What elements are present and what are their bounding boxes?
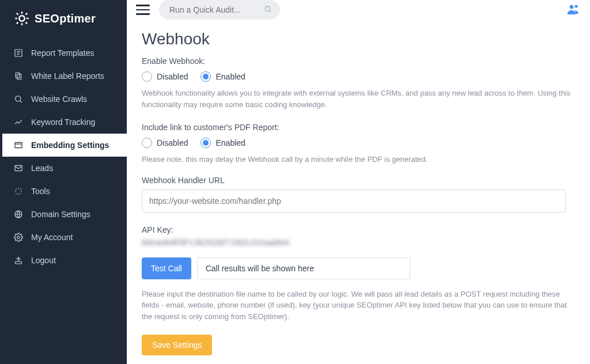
svg-rect-2 (16, 73, 20, 78)
sidebar-item-label: Report Templates (31, 48, 94, 58)
search-input[interactable] (159, 0, 280, 20)
sidebar-item-label: Leads (31, 164, 53, 173)
page-title: Webhook (142, 30, 575, 48)
sidebar-item-logout[interactable]: Logout (0, 249, 127, 272)
sidebar-item-label: My Account (31, 233, 73, 242)
topbar (127, 0, 590, 20)
radio-label: Enabled (215, 138, 245, 147)
radio-icon (142, 71, 152, 82)
api-key-label: API Key: (142, 225, 575, 234)
brand-logo[interactable]: SEOptimer (0, 0, 127, 37)
api-key-value: 8dnwde8f3P13b252bf71fd2c310aabb4 (142, 238, 575, 247)
sidebar-item-embedding-settings[interactable]: Embedding Settings (0, 134, 127, 157)
svg-point-12 (574, 5, 577, 7)
sidebar-item-label: Embedding Settings (31, 141, 109, 150)
sidebar-item-report-templates[interactable]: Report Templates (0, 41, 127, 65)
include-pdf-label: Include link to customer's PDF Report: (142, 123, 575, 132)
globe-icon (14, 210, 23, 219)
include-pdf-disabled-option[interactable]: Disabled (142, 138, 188, 148)
sidebar-item-label: Website Crawls (31, 94, 87, 104)
main-area: Webhook Enable Webhook: Disabled Enabled… (127, 0, 590, 364)
embed-icon (14, 141, 23, 150)
svg-rect-5 (15, 142, 22, 147)
logout-icon (14, 256, 23, 265)
enable-webhook-radio-group: Disabled Enabled (142, 71, 575, 82)
sidebar-item-label: Logout (31, 256, 56, 265)
svg-rect-3 (17, 74, 21, 79)
svg-point-10 (265, 6, 270, 11)
footer-help: Please input the destination file name t… (142, 289, 575, 323)
enable-webhook-disabled-option[interactable]: Disabled (142, 71, 188, 82)
sidebar-item-label: Keyword Tracking (31, 117, 95, 127)
search-icon (264, 5, 272, 15)
tools-icon (14, 187, 23, 196)
account-icon (14, 233, 23, 242)
sidebar-item-label: Tools (31, 187, 50, 196)
include-pdf-help: Please note, this may delay the Webhook … (142, 154, 575, 165)
sidebar-item-tools[interactable]: Tools (0, 180, 127, 203)
test-call-row: Test Call Call results will be shown her… (142, 257, 575, 279)
sidebar-item-domain-settings[interactable]: Domain Settings (0, 203, 127, 226)
sidebar-item-label: Domain Settings (31, 210, 90, 219)
search-wrap (159, 0, 280, 20)
radio-icon (201, 71, 211, 82)
sidebar-item-label: White Label Reports (31, 71, 104, 81)
webhook-url-input[interactable] (142, 189, 566, 213)
svg-point-8 (17, 236, 20, 238)
sidebar-item-leads[interactable]: Leads (0, 157, 127, 180)
radio-label: Disabled (157, 72, 188, 81)
users-icon[interactable] (567, 3, 581, 17)
logo-icon (14, 10, 30, 26)
svg-point-4 (16, 96, 21, 101)
radio-label: Enabled (215, 72, 245, 81)
sidebar-item-white-label-reports[interactable]: White Label Reports (0, 65, 127, 88)
radio-icon (142, 138, 152, 148)
test-results-box: Call results will be shown here (197, 257, 410, 279)
enable-webhook-help: Webhook functionality allows you to inte… (142, 88, 575, 110)
content: Webhook Enable Webhook: Disabled Enabled… (127, 20, 590, 364)
include-pdf-enabled-option[interactable]: Enabled (201, 138, 245, 148)
enable-webhook-label: Enable Webhook: (142, 56, 575, 66)
save-settings-button[interactable]: Save Settings (142, 335, 212, 355)
brand-name: SEOptimer (35, 12, 96, 25)
crawl-icon (14, 94, 23, 104)
svg-point-0 (19, 16, 24, 21)
menu-toggle-button[interactable] (136, 3, 150, 17)
svg-rect-9 (16, 261, 22, 264)
template-icon (14, 48, 23, 58)
webhook-url-label: Webhook Handler URL (142, 176, 575, 185)
sidebar: SEOptimer Report Templates White Label R… (0, 0, 127, 364)
include-pdf-radio-group: Disabled Enabled (142, 138, 575, 148)
sidebar-item-my-account[interactable]: My Account (0, 226, 127, 249)
radio-icon (201, 138, 211, 148)
enable-webhook-enabled-option[interactable]: Enabled (201, 71, 245, 82)
sidebar-nav: Report Templates White Label Reports Web… (0, 37, 127, 272)
radio-label: Disabled (157, 138, 188, 147)
sidebar-item-keyword-tracking[interactable]: Keyword Tracking (0, 111, 127, 134)
keyword-icon (14, 117, 23, 127)
sidebar-item-website-crawls[interactable]: Website Crawls (0, 88, 127, 111)
whitelabel-icon (14, 71, 23, 81)
svg-point-11 (570, 5, 573, 8)
leads-icon (14, 164, 23, 173)
test-call-button[interactable]: Test Call (142, 257, 191, 279)
